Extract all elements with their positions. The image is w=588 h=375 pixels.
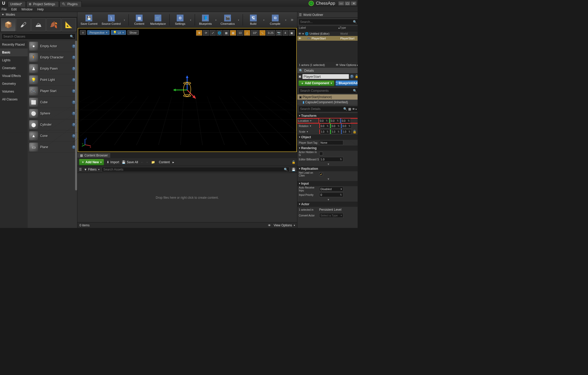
compile-button[interactable]: ⧉Compile bbox=[267, 13, 284, 27]
content-button[interactable]: ▦Content bbox=[131, 13, 148, 27]
section-actor[interactable]: Actor bbox=[297, 202, 358, 207]
blueprint-button[interactable]: ⬚Blueprint/Add bbox=[335, 80, 358, 86]
tab-plugins[interactable]: 🔌Plugins bbox=[59, 1, 81, 7]
visibility-icon[interactable] bbox=[298, 37, 301, 40]
category-item[interactable]: Cinematic bbox=[0, 64, 28, 72]
paint-mode-icon[interactable]: 🖌 bbox=[16, 18, 31, 31]
auto-receive-dropdown[interactable]: Disabled bbox=[319, 187, 343, 191]
section-rendering[interactable]: Rendering bbox=[297, 146, 358, 151]
toolbar-overflow-icon[interactable]: » bbox=[289, 17, 296, 22]
viewport-menu-button[interactable]: ≡ bbox=[80, 30, 86, 35]
property-view-icon[interactable] bbox=[352, 107, 357, 111]
column-label[interactable]: Label bbox=[299, 26, 338, 31]
details-tab[interactable]: 🔍Details bbox=[297, 68, 358, 74]
import-button[interactable]: ⬇Import bbox=[107, 160, 119, 164]
category-item[interactable]: Visual Effects bbox=[0, 72, 28, 80]
dropdown-icon[interactable] bbox=[237, 18, 241, 22]
landscape-mode-icon[interactable]: ⛰ bbox=[31, 18, 46, 31]
camera-speed-value[interactable]: 4 bbox=[283, 30, 288, 36]
world-outliner-tab[interactable]: ☰World Outliner bbox=[297, 12, 358, 18]
outliner-row[interactable]: 🎮PlayerStartPlayerStart bbox=[297, 36, 358, 41]
blueprints-button[interactable]: 📘Blueprints bbox=[197, 13, 214, 27]
dropdown-icon[interactable] bbox=[123, 18, 126, 22]
close-button[interactable]: ✕ bbox=[351, 1, 357, 5]
tab-level[interactable]: Untitled* bbox=[8, 1, 26, 7]
cinematics-button[interactable]: 🎬Cinematics bbox=[219, 13, 236, 27]
scale-snap-icon[interactable]: ⤡ bbox=[259, 30, 266, 36]
rotate-mode-icon[interactable]: ⟳ bbox=[203, 30, 209, 36]
place-mode-icon[interactable]: 📦 bbox=[1, 18, 16, 31]
dropdown-icon[interactable] bbox=[215, 18, 218, 22]
add-component-button[interactable]: ＋Add Component bbox=[298, 80, 334, 86]
outliner-search[interactable]: 🔍 bbox=[298, 19, 358, 25]
section-input[interactable]: Input bbox=[297, 181, 358, 186]
menu-file[interactable]: File bbox=[2, 8, 7, 11]
input-priority-field[interactable]: 0 bbox=[319, 192, 343, 197]
category-item[interactable]: Volumes bbox=[0, 88, 28, 95]
component-row[interactable]: ▣ PlayerStart(Instance) bbox=[297, 94, 358, 100]
scale-mode-icon[interactable]: ⤢ bbox=[210, 30, 216, 36]
category-item[interactable]: All Classes bbox=[0, 95, 28, 103]
modes-panel-tab[interactable]: ✦ Modes bbox=[0, 12, 77, 17]
marketplace-button[interactable]: 🛒Marketplace bbox=[149, 13, 167, 27]
grid-snap-value[interactable]: 10 bbox=[237, 30, 243, 36]
outliner-search-input[interactable] bbox=[300, 20, 353, 24]
info-icon[interactable]: ? bbox=[350, 75, 354, 78]
content-browser-tab[interactable]: ▦Content Browser bbox=[77, 153, 110, 158]
camera-speed-icon[interactable]: 📷 bbox=[276, 30, 282, 36]
perspective-button[interactable]: Perspective bbox=[87, 30, 109, 35]
dropdown-icon[interactable] bbox=[189, 18, 193, 22]
section-replication[interactable]: Replication bbox=[297, 166, 358, 171]
build-button[interactable]: 🏗Build bbox=[245, 13, 262, 27]
foliage-mode-icon[interactable]: 🍂 bbox=[46, 18, 61, 31]
maximize-button[interactable]: ▢ bbox=[345, 1, 350, 5]
asset-search[interactable]: 🔍 bbox=[102, 167, 290, 172]
forward-icon[interactable]: → bbox=[145, 160, 149, 164]
asset-search-input[interactable] bbox=[103, 168, 284, 171]
menu-help[interactable]: Help bbox=[37, 8, 44, 11]
convert-actor-dropdown[interactable]: Select a Type bbox=[319, 213, 343, 218]
hidden-checkbox[interactable] bbox=[319, 152, 323, 155]
view-options-button[interactable]: View Options bbox=[268, 223, 295, 227]
breadcrumb[interactable]: 📁 Content ▸ bbox=[151, 160, 174, 164]
class-search-input[interactable] bbox=[3, 35, 70, 38]
source-control-button[interactable]: ⤵Source Control bbox=[100, 13, 122, 27]
angle-snap-value[interactable]: 10° bbox=[251, 30, 259, 36]
dropdown-icon[interactable] bbox=[285, 18, 288, 22]
category-item[interactable]: Geometry bbox=[0, 80, 28, 88]
billboard-field[interactable]: 1.0 bbox=[319, 157, 343, 162]
sources-toggle-icon[interactable]: ☰ bbox=[79, 168, 82, 171]
net-load-checkbox[interactable]: ✔ bbox=[319, 172, 323, 176]
asset-item[interactable]: 🎮Player Start? bbox=[28, 86, 77, 97]
asset-item[interactable]: 💡Point Light? bbox=[28, 74, 77, 86]
angle-snap-icon[interactable]: △ bbox=[244, 30, 250, 36]
viewport[interactable]: ≡ Perspective 💡Lit Show ✥ ⟳ ⤢ 🌐 ▦ ▦ 10 △… bbox=[78, 28, 297, 152]
surface-snap-icon[interactable]: ▦ bbox=[223, 30, 229, 36]
class-search[interactable]: 🔍 bbox=[2, 33, 76, 40]
transform-gizmo[interactable] bbox=[172, 74, 203, 106]
view-options-button[interactable]: View Options bbox=[336, 63, 358, 66]
minimize-button[interactable]: — bbox=[338, 1, 344, 5]
column-type[interactable]: Type bbox=[340, 26, 358, 31]
asset-item[interactable]: ♟Empty Pawn? bbox=[28, 63, 77, 74]
dropdown-icon[interactable] bbox=[263, 18, 266, 22]
save-button[interactable]: 💾Save Current bbox=[79, 13, 99, 27]
actor-name-field[interactable] bbox=[302, 74, 349, 79]
save-search-icon[interactable]: 💾 bbox=[292, 168, 296, 171]
outliner-row[interactable]: ▾🌐Untitled (Editor)World bbox=[297, 31, 358, 36]
translate-mode-icon[interactable]: ✥ bbox=[196, 30, 202, 36]
menu-edit[interactable]: Edit bbox=[11, 8, 17, 11]
property-matrix-icon[interactable]: ▦ bbox=[348, 107, 351, 111]
save-all-button[interactable]: 💾Save All bbox=[122, 160, 138, 164]
geometry-mode-icon[interactable]: 📐 bbox=[62, 18, 76, 31]
back-icon[interactable]: ← bbox=[141, 160, 144, 164]
lock-icon[interactable]: 🔓 bbox=[292, 160, 296, 164]
category-item[interactable]: Recently Placed bbox=[0, 41, 28, 49]
category-item[interactable]: Basic bbox=[0, 49, 28, 56]
lit-button[interactable]: 💡Lit bbox=[111, 30, 126, 35]
filters-button[interactable]: ▼Filters bbox=[84, 168, 100, 171]
content-browser-body[interactable]: Drop files here or right click to create… bbox=[77, 173, 297, 222]
asset-item[interactable]: 🚶Empty Character? bbox=[28, 52, 77, 63]
component-search[interactable]: 🔍 bbox=[298, 88, 358, 94]
grid-snap-icon[interactable]: ▦ bbox=[230, 30, 236, 36]
